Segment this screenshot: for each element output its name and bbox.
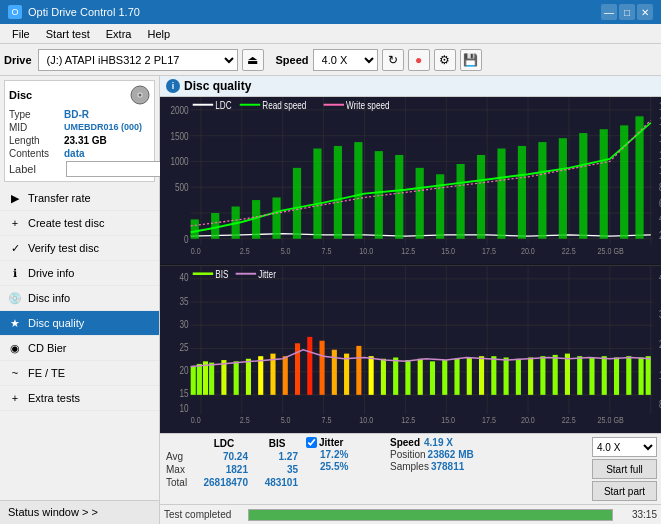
disc-quality-title: Disc quality xyxy=(184,79,251,93)
total-label: Total xyxy=(164,476,196,489)
svg-text:Jitter: Jitter xyxy=(258,268,276,279)
jitter-checkbox[interactable] xyxy=(306,437,317,448)
svg-rect-65 xyxy=(559,138,567,239)
settings-button[interactable]: ⚙ xyxy=(434,49,456,71)
svg-rect-52 xyxy=(293,168,301,239)
eject-button[interactable]: ⏏ xyxy=(242,49,264,71)
ldc-header: LDC xyxy=(196,437,252,450)
svg-text:15: 15 xyxy=(180,388,189,399)
status-window-label: Status window > > xyxy=(8,506,98,518)
chart-upper: 2000 1500 1000 500 0 18X 16X 14X 12X 10X… xyxy=(160,97,661,266)
svg-rect-137 xyxy=(405,360,410,395)
sidebar-label-fe-te: FE / TE xyxy=(28,367,65,379)
start-part-button[interactable]: Start part xyxy=(592,481,657,501)
drive-label: Drive xyxy=(4,54,32,66)
sidebar-label-extra-tests: Extra tests xyxy=(28,392,80,404)
label-label: Label xyxy=(9,163,64,175)
toolbar: Drive (J:) ATAPI iHBS312 2 PL17 ⏏ Speed … xyxy=(0,44,661,76)
svg-text:25: 25 xyxy=(180,342,189,353)
svg-text:10.0: 10.0 xyxy=(359,415,373,425)
svg-rect-48 xyxy=(211,213,219,239)
svg-text:BIS: BIS xyxy=(215,268,228,279)
progress-bar-container xyxy=(248,509,613,521)
svg-rect-59 xyxy=(436,174,444,238)
svg-text:22.5: 22.5 xyxy=(562,415,576,425)
sidebar-item-disc-quality[interactable]: ★ Disc quality xyxy=(0,311,159,336)
minimize-button[interactable]: — xyxy=(601,4,617,20)
cd-bier-icon: ◉ xyxy=(8,341,22,355)
svg-text:20.0: 20.0 xyxy=(521,415,535,425)
svg-rect-51 xyxy=(272,198,280,239)
menu-help[interactable]: Help xyxy=(139,27,178,41)
svg-text:10.0: 10.0 xyxy=(359,246,373,256)
close-button[interactable]: ✕ xyxy=(637,4,653,20)
start-full-button[interactable]: Start full xyxy=(592,459,657,479)
status-bar: Test completed 33:15 xyxy=(160,504,661,524)
speed-dropdown[interactable]: 4.0 X xyxy=(592,437,657,457)
sidebar-item-verify-test-disc[interactable]: ✓ Verify test disc xyxy=(0,236,159,261)
svg-rect-118 xyxy=(191,366,196,394)
bis-header: BIS xyxy=(252,437,302,450)
type-label: Type xyxy=(9,109,64,120)
svg-rect-140 xyxy=(442,360,447,395)
svg-rect-139 xyxy=(430,361,435,395)
svg-text:17.5: 17.5 xyxy=(482,415,496,425)
svg-text:7.5: 7.5 xyxy=(322,246,332,256)
burn-button[interactable]: ● xyxy=(408,49,430,71)
svg-text:LDC: LDC xyxy=(215,100,232,111)
disc-icon xyxy=(130,85,150,105)
drive-select[interactable]: (J:) ATAPI iHBS312 2 PL17 xyxy=(38,49,238,71)
svg-rect-144 xyxy=(491,356,496,395)
sidebar: Disc Type BD-R MID UMEBDR016 (000) Lengt… xyxy=(0,76,160,524)
sidebar-item-transfer-rate[interactable]: ▶ Transfer rate xyxy=(0,186,159,211)
sidebar-item-create-test-disc[interactable]: + Create test disc xyxy=(0,211,159,236)
sidebar-item-extra-tests[interactable]: + Extra tests xyxy=(0,386,159,411)
contents-label: Contents xyxy=(9,148,64,159)
sidebar-item-cd-bier[interactable]: ◉ CD Bier xyxy=(0,336,159,361)
svg-text:7.5: 7.5 xyxy=(322,415,332,425)
length-label: Length xyxy=(9,135,64,146)
svg-rect-136 xyxy=(393,357,398,394)
fe-te-icon: ~ xyxy=(8,366,22,380)
jitter-section: Jitter 17.2% 25.5% xyxy=(306,437,386,472)
svg-rect-152 xyxy=(589,357,594,394)
sidebar-item-fe-te[interactable]: ~ FE / TE xyxy=(0,361,159,386)
sidebar-label-cd-bier: CD Bier xyxy=(28,342,67,354)
sidebar-item-disc-info[interactable]: 💿 Disc info xyxy=(0,286,159,311)
svg-text:22.5: 22.5 xyxy=(562,246,576,256)
menu-extra[interactable]: Extra xyxy=(98,27,140,41)
refresh-button[interactable]: ↻ xyxy=(382,49,404,71)
chart-lower: 40 35 30 25 20 15 10 40% 32% 24% 16% 8% … xyxy=(160,266,661,434)
svg-text:15.0: 15.0 xyxy=(441,415,455,425)
verify-test-icon: ✓ xyxy=(8,241,22,255)
status-window-button[interactable]: Status window > > xyxy=(0,500,159,524)
svg-rect-62 xyxy=(497,149,505,239)
svg-text:30: 30 xyxy=(180,318,189,329)
svg-rect-57 xyxy=(395,155,403,239)
svg-rect-122 xyxy=(221,360,226,395)
max-label: Max xyxy=(164,463,196,476)
svg-rect-55 xyxy=(354,142,362,239)
svg-text:2.5: 2.5 xyxy=(240,246,250,256)
charts-area: 2000 1500 1000 500 0 18X 16X 14X 12X 10X… xyxy=(160,97,661,433)
svg-rect-123 xyxy=(234,361,239,395)
svg-rect-127 xyxy=(283,356,288,395)
transfer-rate-icon: ▶ xyxy=(8,191,22,205)
max-ldc-value: 1821 xyxy=(196,463,252,476)
extra-tests-icon: + xyxy=(8,391,22,405)
save-button[interactable]: 💾 xyxy=(460,49,482,71)
speed-select[interactable]: 4.0 X xyxy=(313,49,378,71)
max-jitter-value: 25.5% xyxy=(306,461,386,472)
menu-file[interactable]: File xyxy=(4,27,38,41)
position-label: Position xyxy=(390,449,426,460)
samples-label: Samples xyxy=(390,461,429,472)
menu-start-test[interactable]: Start test xyxy=(38,27,98,41)
svg-rect-60 xyxy=(457,164,465,239)
maximize-button[interactable]: □ xyxy=(619,4,635,20)
avg-bis-value: 1.27 xyxy=(252,450,302,463)
svg-point-2 xyxy=(139,94,142,97)
svg-text:2000: 2000 xyxy=(170,105,188,116)
svg-rect-131 xyxy=(332,349,337,394)
svg-text:15.0: 15.0 xyxy=(441,246,455,256)
sidebar-item-drive-info[interactable]: ℹ Drive info xyxy=(0,261,159,286)
